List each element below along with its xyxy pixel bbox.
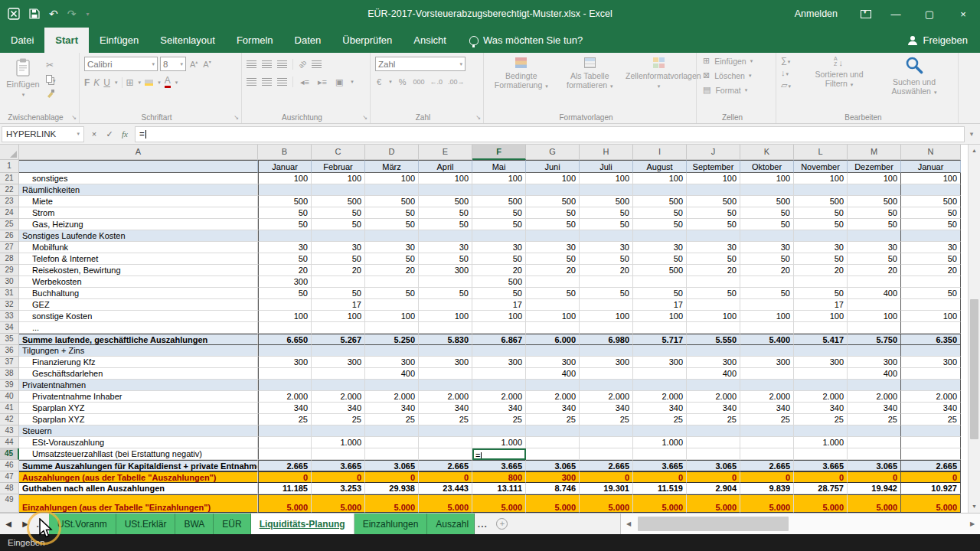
column-header[interactable]: H [580,145,633,160]
cell[interactable] [633,184,687,196]
cell[interactable]: Strom [19,207,258,219]
cell[interactable] [365,276,419,288]
row-header[interactable]: 43 [0,425,19,437]
cell[interactable]: 17 [312,299,365,311]
cell[interactable] [258,425,312,437]
cell[interactable]: 50 [687,207,740,219]
cell[interactable]: 0 [633,471,687,483]
cell[interactable]: 20 [740,265,794,276]
cell[interactable]: 5.000 [848,494,901,513]
sheet-tab[interactable]: Einzahlungen [354,514,428,534]
cell[interactable]: 50 [901,253,961,265]
grow-font-icon[interactable]: A▴ [188,59,199,69]
accounting-format-icon[interactable]: € [375,77,383,86]
row-header[interactable]: 42 [0,414,19,425]
row-header[interactable]: 29 [0,265,19,276]
cell[interactable]: 400 [687,368,740,380]
cell[interactable]: Gas, Heizung [19,219,258,230]
cell[interactable] [580,322,633,334]
cell[interactable]: 5.830 [419,334,472,345]
cell[interactable]: 300 [526,471,580,483]
select-all-corner[interactable] [0,145,19,160]
cell[interactable]: 20 [472,265,526,276]
cell[interactable] [687,437,740,448]
format-as-table-button[interactable]: Als Tabelle formatieren ▾ [557,57,623,111]
row-header[interactable]: 46 [0,460,19,471]
cell[interactable] [365,380,419,391]
cell[interactable]: 50 [740,253,794,265]
cell[interactable]: 3.665 [472,460,526,471]
cell[interactable] [472,380,526,391]
cell[interactable]: 50 [580,253,633,265]
cell[interactable]: 2.665 [419,460,472,471]
cell[interactable]: 3.065 [687,460,740,471]
cell[interactable] [419,322,472,334]
cell[interactable]: 5.000 [794,494,848,513]
cell[interactable]: 2.000 [740,391,794,403]
cell[interactable]: sonstiges [19,173,258,184]
cell[interactable]: 2.000 [901,391,961,403]
insert-function-icon[interactable]: fx [118,129,132,139]
cell[interactable] [526,425,580,437]
cell[interactable] [526,448,580,460]
cell[interactable]: 25 [365,414,419,425]
cell[interactable]: 50 [365,207,419,219]
cell[interactable]: 6.350 [901,334,961,345]
cell[interactable] [580,299,633,311]
cell[interactable]: sonstige Kosten [19,311,258,322]
cell[interactable]: 25 [526,414,580,425]
cell[interactable] [794,448,848,460]
cell[interactable]: 50 [633,253,687,265]
delete-cells-button[interactable]: ⊠Löschen▾ [701,70,771,80]
cell[interactable] [901,322,961,334]
row-header[interactable]: 30 [0,276,19,288]
cell[interactable] [472,425,526,437]
cell[interactable]: Werbekosten [19,276,258,288]
cell[interactable]: Telefon & Internet [19,253,258,265]
cell[interactable]: 25 [580,414,633,425]
cell[interactable]: 3.665 [312,460,365,471]
column-header[interactable]: L [794,145,848,160]
cell[interactable]: 50 [526,219,580,230]
row-header[interactable]: 23 [0,196,19,207]
cell[interactable] [740,437,794,448]
cell[interactable]: 300 [901,357,961,368]
cell[interactable]: 50 [258,253,312,265]
scroll-up-icon[interactable]: ▲ [969,145,980,157]
cell[interactable]: 2.904 [687,483,740,494]
cell[interactable]: Februar [312,160,365,173]
column-header[interactable]: B [258,145,312,160]
cell[interactable]: 50 [848,219,901,230]
cell[interactable] [419,368,472,380]
cell[interactable]: 3.065 [365,460,419,471]
cell[interactable]: 50 [794,253,848,265]
cell[interactable]: 2.000 [687,391,740,403]
row-header[interactable]: 45 [0,448,19,460]
cell[interactable]: 50 [687,288,740,299]
cell[interactable]: 340 [419,403,472,414]
cell[interactable]: 100 [526,311,580,322]
cell[interactable]: 50 [419,288,472,299]
cell[interactable]: 5.000 [901,494,961,513]
cell[interactable]: 50 [848,207,901,219]
column-header[interactable]: E [419,145,472,160]
cell[interactable] [901,345,961,357]
cell[interactable]: 5.000 [258,494,312,513]
increase-decimal-icon[interactable]: ←.0 [430,78,443,86]
qat-customize-icon[interactable]: ▾ [86,11,89,18]
cell[interactable]: 3.065 [848,460,901,471]
cell[interactable]: 100 [848,173,901,184]
vertical-scroll-thumb[interactable] [970,299,978,439]
cell[interactable]: 20 [580,265,633,276]
cell[interactable] [740,448,794,460]
copy-icon[interactable]: ▾ [46,74,56,85]
cell[interactable]: 300 [687,357,740,368]
cell[interactable] [472,322,526,334]
cell[interactable]: 0 [901,471,961,483]
increase-indent-icon[interactable]: ▸≡ [316,77,328,87]
cell[interactable] [312,230,365,242]
cell[interactable] [794,368,848,380]
cell[interactable]: 500 [472,196,526,207]
cell[interactable] [740,184,794,196]
cell[interactable]: 400 [365,368,419,380]
